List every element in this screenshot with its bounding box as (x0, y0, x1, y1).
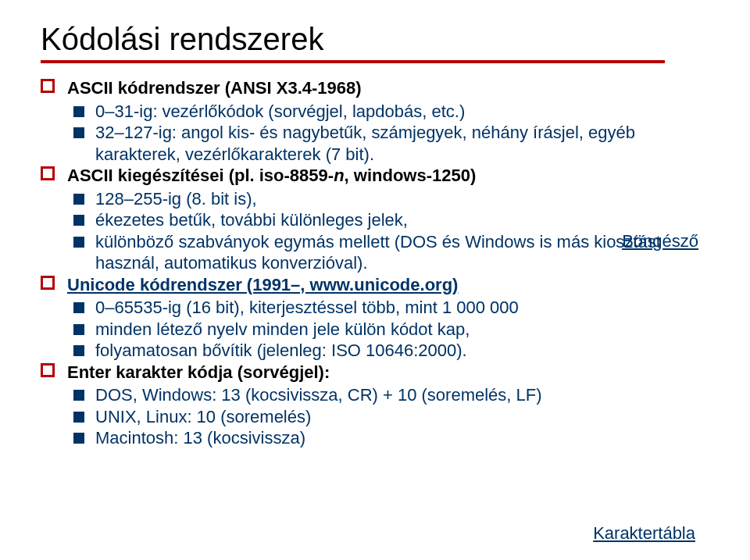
bullet-text: 0–31-ig: vezérlőkódok (sorvégjel, lapdob… (95, 102, 465, 121)
filled-square-icon (73, 127, 84, 138)
filled-square-icon (73, 412, 84, 423)
bullet-text: ASCII kiegészítései (pl. iso-8859-n, win… (67, 166, 476, 185)
filled-square-icon (73, 345, 84, 356)
bullet-level2: 0–65535-ig (16 bit), kiterjesztéssel töb… (41, 297, 719, 319)
bullet-level2: DOS, Windows: 13 (kocsivissza, CR) + 10 … (41, 384, 719, 406)
hollow-square-icon (41, 276, 55, 290)
bullet-level1: Enter karakter kódja (sorvégjel): (41, 362, 719, 383)
bullet-text: Macintosh: 13 (kocsivissza) (95, 428, 305, 448)
bullet-level2: folyamatosan bővítik (jelenleg: ISO 1064… (41, 340, 719, 362)
bullet-text: Enter karakter kódja (sorvégjel): (67, 362, 330, 382)
slide-title: Kódolási rendszerek (41, 22, 719, 57)
bullet-level2: minden létező nyelv minden jele külön kó… (41, 319, 719, 341)
filled-square-icon (73, 302, 84, 313)
bullet-level2: 0–31-ig: vezérlőkódok (sorvégjel, lapdob… (41, 101, 719, 123)
bullet-level2: 32–127-ig: angol kis- és nagybetűk, szám… (41, 122, 719, 165)
filled-square-icon (73, 237, 84, 248)
bullet-level1: ASCII kódrendszer (ANSI X3.4-1968) (41, 77, 719, 99)
filled-square-icon (73, 390, 84, 401)
bullet-text: UNIX, Linux: 10 (soremelés) (95, 407, 311, 426)
bullet-text: 0–65535-ig (16 bit), kiterjesztéssel töb… (95, 298, 519, 317)
bullet-level2: UNIX, Linux: 10 (soremelés) (41, 406, 719, 428)
filled-square-icon (73, 324, 84, 335)
bullet-text: folyamatosan bővítik (jelenleg: ISO 1064… (95, 341, 467, 360)
bullet-level1: ASCII kiegészítései (pl. iso-8859-n, win… (41, 165, 719, 187)
bullet-level2: 128–255-ig (8. bit is), (41, 188, 719, 210)
bullet-text: 128–255-ig (8. bit is), (95, 189, 257, 209)
bullet-text: ékezetes betűk, további különleges jelek… (95, 210, 408, 230)
filled-square-icon (73, 433, 84, 444)
bullet-text: 32–127-ig: angol kis- és nagybetűk, szám… (95, 123, 635, 164)
bullet-text: ASCII kódrendszer (ANSI X3.4-1968) (67, 78, 362, 98)
bullet-text[interactable]: Unicode kódrendszer (1991–, www.unicode.… (67, 275, 458, 294)
filled-square-icon (73, 194, 84, 205)
bullet-level2: különböző szabványok egymás mellett (DOS… (41, 231, 719, 274)
bullet-level2: ékezetes betűk, további különleges jelek… (41, 209, 719, 231)
slide-content: ASCII kódrendszer (ANSI X3.4-1968)0–31-i… (41, 77, 719, 449)
browser-link[interactable]: Böngésző (622, 231, 698, 251)
bullet-text: DOS, Windows: 13 (kocsivissza, CR) + 10 … (95, 385, 542, 405)
hollow-square-icon (41, 79, 55, 93)
filled-square-icon (73, 106, 84, 117)
chartable-link[interactable]: Karaktertábla (593, 523, 695, 544)
hollow-square-icon (41, 166, 55, 180)
filled-square-icon (73, 215, 84, 226)
bullet-level1: Unicode kódrendszer (1991–, www.unicode.… (41, 274, 719, 296)
title-rule (41, 60, 665, 63)
bullet-level2: Macintosh: 13 (kocsivissza) (41, 427, 719, 449)
bullet-text: minden létező nyelv minden jele külön kó… (95, 319, 470, 339)
bullet-text: különböző szabványok egymás mellett (DOS… (95, 232, 661, 273)
hollow-square-icon (41, 363, 55, 377)
